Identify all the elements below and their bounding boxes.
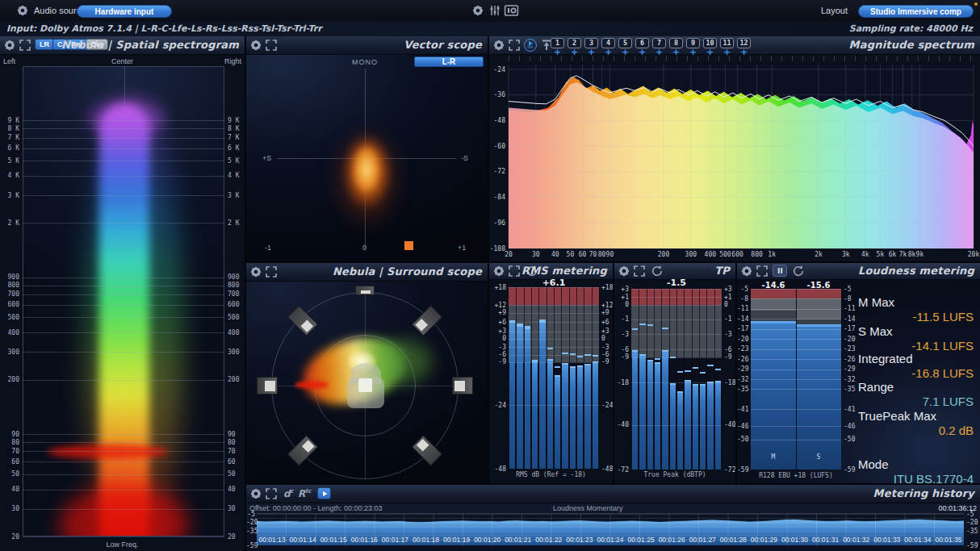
rms-plot [509, 287, 599, 469]
freq-label-left: 3 K [2, 192, 19, 199]
peak-hold-marker [562, 353, 567, 354]
freq-gridline [23, 490, 224, 490]
freq-label-left: 40 [2, 486, 19, 493]
settings-gear-icon[interactable] [16, 4, 29, 17]
scale-label-left: +3 [614, 286, 629, 293]
tick-gridline [631, 297, 722, 298]
peak-hold-marker [555, 366, 560, 368]
bar-cap [547, 359, 553, 361]
tick-gridline [631, 382, 722, 383]
freq-gridline [23, 474, 224, 475]
freq-gridline [23, 148, 224, 149]
tick-gridline [509, 355, 599, 356]
tp-bar-ch2 [639, 354, 645, 470]
stat-value-truepeak-max: 0.2 dB [939, 424, 974, 437]
scale-label-right: -24 [601, 402, 613, 409]
mag-y-label: -48 [489, 117, 505, 124]
freq-label-right: 70 [228, 448, 236, 455]
gear-icon[interactable] [618, 265, 630, 278]
peak-hold-marker [715, 369, 721, 370]
freq-label-left: 600 [2, 301, 19, 308]
fullscreen-icon[interactable] [19, 39, 31, 52]
reset-icon[interactable] [651, 265, 664, 278]
tick-gridline [751, 369, 841, 370]
hardware-input-button[interactable]: Hardware input [77, 5, 172, 18]
gear-icon[interactable] [3, 39, 16, 52]
layout-preset-button[interactable]: Studio Immersive comp [858, 5, 974, 18]
top-toolbar: Audio source Hardware input Layout Studi… [0, 0, 980, 22]
tick-gridline [751, 389, 841, 390]
freq-gridline [23, 286, 224, 286]
freq-label-right: 2 K [228, 219, 239, 227]
freq-label-left: 4 K [2, 172, 19, 179]
fullscreen-icon[interactable] [508, 265, 521, 278]
freq-label-right: 600 [228, 301, 239, 308]
fullscreen-icon[interactable] [265, 39, 278, 52]
panel-spatial-spectrogram: LR C Rer Ovr Nebula | Spatial spectrogra… [0, 36, 245, 551]
tick-gridline [751, 319, 841, 319]
rms-bar-ch5 [539, 321, 545, 469]
sliders-icon[interactable] [488, 4, 501, 17]
spectrogram-plot[interactable] [23, 66, 224, 536]
stat-value-integrated: -16.8 LUFS [911, 366, 974, 380]
gear-icon[interactable] [249, 39, 262, 52]
spectrogram-top-glow [88, 99, 165, 138]
scale-label-right: -3 [724, 331, 732, 338]
tick-gridline [509, 322, 599, 323]
freq-gridline [23, 536, 224, 537]
listener-marker [358, 378, 372, 392]
freq-gridline [23, 223, 224, 223]
freq-label-right: 500 [228, 314, 239, 321]
tick-gridline [751, 426, 841, 427]
mag-x-label: 600 [728, 251, 748, 258]
tick-gridline [751, 440, 841, 440]
surround-scope-header: Nebula | Surround scope [246, 263, 488, 282]
scale-label-left: -20 [737, 336, 748, 343]
scale-label-right: -14 [844, 315, 855, 323]
mag-y-label: -60 [489, 143, 505, 150]
bar-cap [562, 363, 567, 365]
scale-label-right: -9 [724, 353, 732, 361]
rms-bar-ch8 [562, 363, 567, 469]
freq-label-right: 30 [228, 505, 236, 512]
lr-mode-button[interactable]: L-R [414, 56, 484, 67]
stat-label-integrated: Integrated [858, 352, 913, 365]
mag-x-label: 30 [526, 251, 546, 258]
scale-label-right: -23 [844, 345, 855, 353]
scale-label-right: -8 [844, 295, 852, 303]
analyzer-app: Audio source Hardware input Layout Studi… [0, 0, 980, 551]
history-scale-right: -59 [966, 542, 978, 549]
tick-gridline [509, 347, 599, 348]
freq-label-right: 800 [228, 282, 239, 289]
master-settings-gear-icon[interactable] [471, 4, 484, 17]
gear-icon[interactable] [249, 265, 262, 278]
fullscreen-icon[interactable] [265, 265, 278, 278]
freq-label-left: 400 [2, 329, 19, 336]
bar-cap [647, 360, 653, 361]
freq-gridline [23, 461, 224, 462]
tick-gridline [509, 305, 599, 306]
fullscreen-icon[interactable] [633, 265, 646, 278]
bar-cap [797, 324, 841, 327]
tick-gridline [751, 349, 841, 350]
tp-bar-ch6 [670, 383, 676, 470]
tick-gridline [631, 305, 722, 306]
vector-blob-core [348, 137, 385, 202]
loudness-bar-M [751, 321, 796, 470]
freq-gridline [23, 128, 224, 129]
scale-label-right: 0 [601, 335, 605, 342]
channel-toggle-lr[interactable]: LR [35, 39, 54, 50]
freq-label-right: 50 [228, 470, 236, 478]
rms-bar-ch7 [555, 375, 560, 469]
stat-value-s-max: -14.1 LUFS [911, 339, 974, 353]
speaker-left-icon [257, 377, 278, 394]
layout-label: Layout [821, 6, 848, 15]
tick-gridline [631, 319, 722, 320]
input-info-text: Input: Dolby Atmos 7.1.4 | L-R-C-Lfe-Ls-… [6, 23, 322, 34]
mag-y-label: -36 [489, 91, 505, 98]
gear-icon[interactable] [492, 265, 505, 278]
history-scale-left: -59 [246, 542, 255, 549]
stat-label-truepeak-max: TruePeak Max [858, 409, 936, 423]
io-routing-icon[interactable] [504, 5, 519, 16]
vector-blob-mid [335, 121, 400, 222]
